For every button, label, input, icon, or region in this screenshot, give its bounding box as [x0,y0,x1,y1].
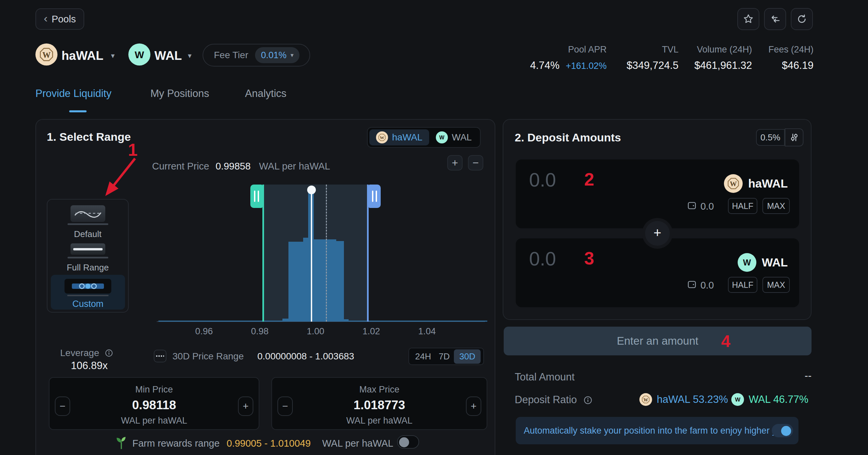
svg-text:W: W [735,396,741,403]
max-price-box: Max Price 1.018773 WAL per haWAL [271,377,487,430]
stat-label: Fees (24H) [768,44,813,55]
stat-delta: +161.02% [566,61,607,71]
current-price-pin [307,186,316,194]
min-range-handle[interactable] [250,185,262,208]
deposit-amount-input-wal[interactable] [528,247,670,270]
zoom-in-button[interactable]: + [447,155,463,171]
stat-pool-apr: Pool APR 4.74% +161.02% [530,44,607,71]
toggle-option-hawal[interactable]: W haWAL [369,129,429,145]
refresh-button[interactable] [791,8,813,30]
preset-full-range[interactable]: Full Range [47,243,129,273]
timeframe-30d[interactable]: 30D [454,350,480,364]
tab-my-positions[interactable]: My Positions [150,88,209,100]
pool-liquidity-page: ‹ Pools W haWAL ▾ W WAL ▾ Fee Tier 0.01%… [0,0,868,455]
max-button[interactable]: MAX [763,198,790,214]
tab-analytics[interactable]: Analytics [245,88,286,100]
stat-value: 4.74% [530,60,559,71]
fee-tier-selector[interactable]: Fee Tier 0.01% ▾ [203,44,310,66]
fee-tier-chevron-down-icon: ▾ [290,52,293,59]
total-amount-value: -- [805,370,811,382]
current-price-unit: WAL per haWAL [259,161,330,172]
half-button[interactable]: HALF [728,198,757,214]
select-range-title: 1. Select Range [47,130,131,144]
quote-token-name[interactable]: WAL [154,49,182,63]
stat-value: $461,961.32 [694,60,752,71]
svg-text:W: W [380,135,384,140]
min-price-increase-button[interactable]: + [238,396,253,416]
hawal-token-icon: W [724,174,743,193]
price-unit-toggle: W haWAL W WAL [367,127,480,148]
favorite-button[interactable] [737,8,760,30]
add-pair-button[interactable]: + [645,221,670,246]
farm-range-toggle[interactable] [397,435,419,449]
fee-tier-value: 0.01% [261,50,287,61]
swap-arrows-icon [769,13,781,25]
liquidity-bar [303,238,308,322]
timeframe-selector: 24H 7D 30D [408,348,484,365]
min-price-decrease-button[interactable]: − [55,396,70,416]
liquidity-range-chart [152,185,490,322]
preset-label: Custom [51,299,125,309]
auto-stake-toggle[interactable] [772,424,793,437]
max-price-value[interactable]: 1.018773 [272,398,487,412]
back-to-pools-button[interactable]: ‹ Pools [35,8,84,30]
chart-x-axis: 0.960.981.001.021.04 [152,326,490,340]
slippage-settings-button[interactable] [785,128,804,146]
stat-label: Volume (24H) [694,44,752,55]
toggle-option-wal[interactable]: W WAL [429,129,478,145]
toggle-option-label: WAL [452,132,472,143]
stat-value: $46.19 [768,60,813,71]
swap-direction-button[interactable] [764,8,786,30]
farm-rewards-range-unit: WAL per haWAL [322,438,393,449]
base-token-name[interactable]: haWAL [62,49,103,63]
enter-amount-button[interactable]: Enter an amount [504,327,811,355]
half-button[interactable]: HALF [728,277,757,293]
quote-token-chevron-down-icon[interactable]: ▾ [188,52,191,60]
stat-tvl: TVL $349,724.5 [627,44,679,71]
price-range-marker-button[interactable] [154,350,166,362]
slippage-value[interactable]: 0.5% [756,129,785,146]
min-price-label: Min Price [50,385,259,395]
custom-slider-icon [69,281,106,291]
dashed-line-icon [156,355,164,357]
deposit-input-box-wal: W WAL 0.0 HALF MAX [516,238,799,307]
preset-custom[interactable]: Custom [51,275,125,310]
info-icon[interactable] [583,395,593,405]
refresh-icon [796,13,807,25]
svg-text:W: W [643,397,648,402]
token-chip-wal: W WAL [738,253,788,272]
deposit-ratio-wal: W WAL 46.77% [731,393,808,406]
timeframe-7d[interactable]: 7D [435,350,453,364]
tab-provide-liquidity[interactable]: Provide Liquidity [35,88,111,100]
base-token-chevron-down-icon[interactable]: ▾ [111,52,115,60]
auto-stake-banner: Automatically stake your position into t… [516,417,799,444]
max-price-decrease-button[interactable]: − [277,396,293,416]
wal-token-icon: W [738,253,756,272]
svg-text:W: W [42,51,51,60]
annotation-4: 4 [721,332,731,351]
zoom-out-button[interactable]: − [468,155,483,171]
wal-token-icon: W [731,393,744,406]
preset-default[interactable]: Default [47,205,129,239]
timeframe-24h[interactable]: 24H [412,350,434,364]
x-tick-label: 1.04 [412,326,442,337]
deposit-amount-input-hawal[interactable] [528,168,670,191]
x-tick-label: 0.96 [189,326,219,337]
deposit-input-box-hawal: W haWAL 0.0 HALF MAX [516,159,799,228]
farm-rewards-range-value: 0.99005 - 1.010049 [227,438,311,449]
leverage-label: Leverage [60,348,113,358]
liquidity-bar [314,239,336,322]
info-icon[interactable] [104,349,113,357]
svg-text:W: W [743,258,751,267]
sliders-icon [789,132,799,143]
leverage-value: 106.89x [71,360,107,372]
max-price-increase-button[interactable]: + [466,396,481,416]
max-range-handle[interactable] [369,185,381,208]
x-tick-label: 1.02 [356,326,386,337]
toggle-option-label: haWAL [392,132,423,143]
max-button[interactable]: MAX [763,277,790,293]
min-price-value[interactable]: 0.98118 [50,398,259,412]
full-range-bar-icon [73,248,103,250]
farm-rewards-range-label: Farm rewards range [132,438,220,449]
preset-label: Default [47,229,129,239]
